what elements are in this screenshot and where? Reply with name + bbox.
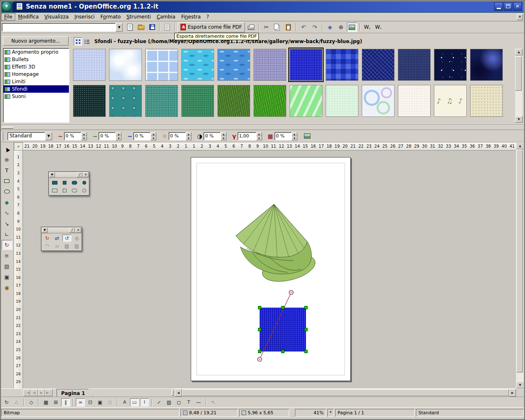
title-capsule[interactable]: Senza nome1 - OpenOffice.org 1.1.2-it ✕ (12, 0, 524, 12)
gallery-thumb-fuzzy-blue[interactable] (290, 49, 322, 81)
transparency-button[interactable]: ▨ (62, 242, 71, 249)
graphics-mode-dropdown[interactable]: ▼ (45, 132, 52, 140)
3d-objects-tool[interactable]: ◆ (2, 197, 12, 207)
transparency-value[interactable]: 0 % (274, 132, 292, 140)
menu-formato[interactable]: Formato (98, 13, 124, 21)
snap-to-grid-toggle[interactable]: ⊞ (51, 398, 60, 406)
gallery-thumb-weave-blue[interactable] (362, 49, 395, 81)
gallery-thumb-pale-green[interactable] (326, 85, 358, 117)
ruler-origin[interactable]: + (14, 142, 23, 151)
close-icon[interactable]: ✕ (83, 172, 89, 177)
last-page-button[interactable]: ▶❘ (45, 389, 52, 396)
alignment-tool[interactable]: ≡ (2, 251, 12, 260)
chevron-down-icon[interactable]: ▼ (42, 228, 48, 233)
menu-file[interactable]: File (1, 13, 15, 21)
set-in-circle-button[interactable]: ◎ (72, 235, 81, 242)
open-document-button[interactable] (136, 23, 146, 32)
insert-tool[interactable]: ▣ (2, 272, 12, 282)
effects-tool[interactable]: ↻ (2, 240, 12, 250)
horizontal-scroll-thumb[interactable] (182, 389, 509, 396)
spin-up-icon[interactable]: ▲ (186, 132, 192, 136)
glue-points-toggle[interactable]: ◇ (27, 398, 36, 406)
connector-tool[interactable]: ∟ (2, 229, 12, 239)
spin-up-icon[interactable]: ▲ (221, 132, 226, 136)
export-word-2-button[interactable]: W, (373, 23, 383, 32)
green-3d-object[interactable] (236, 204, 318, 286)
spin-up-icon[interactable]: ▲ (151, 132, 156, 136)
page-tab[interactable]: Pagina 1 (57, 389, 93, 397)
icon-view-button[interactable] (74, 37, 82, 46)
drawing-canvas[interactable]: ▼ ╱ ✕ ▼ ╱ ✕ ↻⇄↺◎◠▱▨▥ (23, 151, 516, 388)
copy-button[interactable] (272, 23, 283, 32)
text-placeholder-toggle[interactable]: T (184, 398, 193, 406)
distort-button[interactable]: ▱ (52, 242, 62, 249)
vertical-ruler[interactable]: 1234567891011121314151617181920212223242… (14, 151, 23, 388)
menu-strumenti[interactable]: Strumenti (123, 13, 154, 21)
spin-down-icon[interactable]: ▼ (81, 136, 87, 140)
new-topic-button[interactable]: Nuovo argomento... (3, 37, 68, 46)
window-menu-button[interactable]: ▼ (2, 1, 11, 11)
gallery-topic-limiti[interactable]: Limiti (3, 78, 69, 85)
picture-placeholder-toggle[interactable]: ▨ (164, 398, 173, 406)
rounded-rectangle-outline-button[interactable] (70, 187, 79, 194)
gallery-scroll-thumb[interactable] (515, 56, 522, 91)
spin-down-icon[interactable]: ▼ (186, 136, 192, 140)
export-word-button[interactable]: W, (362, 23, 372, 32)
menu-inserisci[interactable]: Inserisci (71, 13, 97, 21)
gallery-thumb-paper-blue[interactable] (73, 49, 106, 81)
rectangles-toolbar-titlebar[interactable]: ▼ ╱ ✕ (49, 172, 89, 178)
gallery-topic-argomento-proprio[interactable]: Argomento proprio (3, 48, 69, 56)
gallery-thumb-texture-teal[interactable] (145, 85, 178, 117)
new-document-button[interactable] (125, 23, 135, 32)
print-file-directly-button[interactable] (246, 23, 256, 32)
rectangle-filled-button[interactable] (50, 179, 59, 186)
gallery-thumb-rings-pastel[interactable] (362, 85, 395, 117)
gallery-thumb-texture-lilac[interactable] (253, 49, 286, 81)
spin-up-icon[interactable]: ▲ (292, 132, 297, 136)
url-dropdown-button[interactable]: ▼ (116, 23, 123, 32)
red-value[interactable]: 0 % (64, 132, 81, 140)
edit-points-toggle[interactable]: ∴ (12, 398, 21, 406)
first-page-button[interactable]: ❘◀ (23, 389, 30, 396)
show-grid-toggle[interactable]: ▦ (41, 398, 50, 406)
redo-button[interactable]: ↷ (310, 23, 320, 32)
flip-button[interactable]: ⇄ (52, 235, 62, 242)
scroll-up-icon[interactable]: ▲ (515, 49, 523, 55)
interaction-tool[interactable]: ◉ (2, 283, 12, 292)
rectangle-tool[interactable] (2, 176, 12, 186)
gallery-thumb-grass-dark[interactable] (217, 85, 250, 117)
blue-value[interactable]: 0 % (133, 132, 151, 140)
gallery-thumb-abstract-navy[interactable] (470, 49, 503, 81)
title-bar[interactable]: ▼ Senza nome1 - OpenOffice.org 1.1.2-it … (0, 0, 525, 13)
cut-button[interactable]: ✂ (261, 23, 272, 32)
export-pdf-button[interactable]: Esporta come file PDF (178, 22, 245, 32)
text-tool[interactable]: T (2, 165, 12, 175)
spin-up-icon[interactable]: ▲ (116, 132, 121, 136)
gallery-thumb-water-blue[interactable] (217, 49, 250, 81)
gallery-thumb-drops-teal[interactable] (109, 85, 142, 117)
gallery-topic-suoni[interactable]: Suoni (3, 93, 69, 100)
spin-down-icon[interactable]: ▼ (221, 136, 226, 140)
gallery-button[interactable] (347, 23, 357, 32)
menu-visualizza[interactable]: Visualizza (41, 13, 71, 21)
filter-icon[interactable] (302, 131, 313, 141)
url-input[interactable] (2, 23, 116, 32)
close-button[interactable]: ✕ (513, 2, 522, 11)
effects-floating-toolbar[interactable]: ▼ ╱ ✕ ↻⇄↺◎◠▱▨▥ (41, 227, 82, 251)
ellipse-tool[interactable] (2, 187, 12, 196)
minimize-button[interactable] (494, 2, 503, 11)
scroll-right-icon[interactable]: ▶ (509, 389, 516, 397)
gallery-thumb-fabric-navy[interactable] (398, 49, 431, 81)
paste-button[interactable] (283, 23, 294, 32)
selected-bitmap-object[interactable] (258, 290, 308, 361)
gallery-thumb-stars-night[interactable] (434, 49, 467, 81)
document-close-icon[interactable]: ✕ (517, 14, 523, 20)
undo-button[interactable]: ↶ (299, 23, 309, 32)
contour-mode-toggle[interactable]: ◻ (174, 398, 183, 406)
vertical-scroll-thumb[interactable] (516, 150, 523, 372)
maximize-button[interactable] (504, 2, 512, 11)
gallery-scrollbar[interactable]: ▲ ▼ (515, 49, 523, 123)
gallery-topic-effetti-3d[interactable]: Effetti 3D (3, 63, 69, 71)
vertical-scrollbar[interactable]: ▲ ▼ (516, 142, 524, 388)
rectangles-floating-toolbar[interactable]: ▼ ╱ ✕ (48, 171, 89, 196)
